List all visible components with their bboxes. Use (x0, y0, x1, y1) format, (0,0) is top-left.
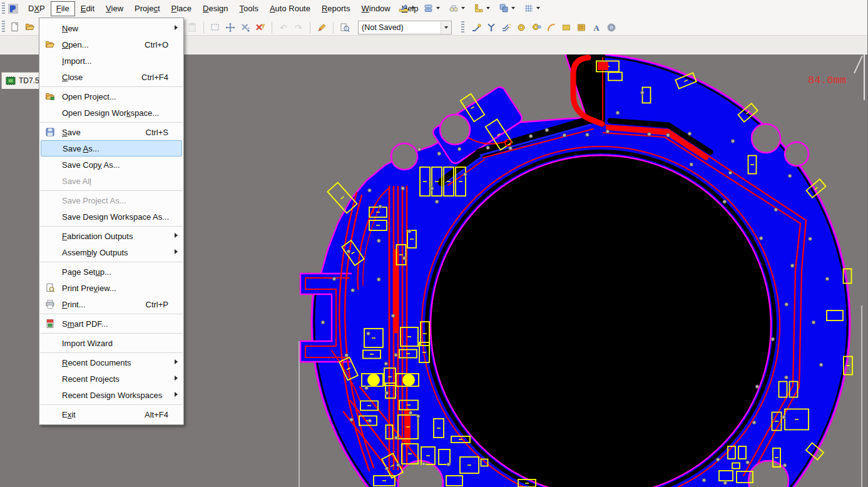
via-dot (812, 320, 815, 324)
file-menu-item-open-design-workspace[interactable]: Open Design Workspace... (39, 105, 183, 121)
paste-icon (186, 22, 198, 33)
altium-designer-window: DXPFileEditViewProjectPlaceDesignToolsAu… (0, 0, 868, 487)
file-menu-item-smart-pdf[interactable]: Smart PDF... (39, 315, 183, 332)
file-menu-item-open[interactable]: Open...Ctrl+O (39, 36, 183, 53)
submenu-arrow-icon (175, 249, 178, 254)
combo-dropdown-button[interactable] (441, 22, 451, 33)
menu-separator (40, 226, 183, 227)
file-menu-item-fabrication-outputs[interactable]: Fabrication Outputs (39, 228, 183, 244)
toolbar-group-draw-tools[interactable] (398, 3, 415, 14)
arc-icon[interactable] (546, 22, 557, 33)
toolbar-group-grid[interactable] (523, 3, 540, 14)
file-menu-item-import[interactable]: Import... (39, 53, 183, 69)
menubar-item-design[interactable]: Design (197, 1, 233, 16)
file-menu-item-page-setup[interactable]: Page Setup... (39, 264, 183, 280)
deselect-icon[interactable] (240, 22, 251, 33)
menu-toolbar-groups (398, 3, 548, 14)
menu-separator (40, 86, 183, 87)
file-menu-item-recent-projects[interactable]: Recent Projects (39, 371, 183, 387)
variant-select[interactable]: (Not Saved) (358, 21, 452, 34)
chevron-down-icon[interactable] (436, 7, 440, 9)
via-dot (430, 187, 434, 190)
chevron-down-icon[interactable] (511, 7, 515, 9)
fanout-icon[interactable] (486, 22, 497, 33)
via-dot (723, 481, 727, 485)
component-icon[interactable] (606, 22, 617, 33)
move-cross-icon[interactable] (225, 22, 236, 33)
submenu-arrow-icon (175, 25, 178, 30)
string-icon[interactable]: A (591, 22, 602, 33)
via-dot (409, 411, 412, 415)
menubar-item-edit[interactable]: Edit (75, 1, 100, 16)
chevron-down-icon[interactable] (461, 7, 465, 9)
file-menu-item-save[interactable]: SaveCtrl+S (39, 124, 183, 140)
interactive-routing-icon[interactable] (471, 22, 482, 33)
file-menu-item-recent-documents[interactable]: Recent Documents (39, 354, 183, 371)
menubar-item-window[interactable]: Window (355, 1, 396, 16)
file-menu-item-save-design-workspace-as[interactable]: Save Design Workspace As... (39, 208, 183, 225)
file-menu-item-import-wizard[interactable]: Import Wizard (39, 335, 183, 351)
toolbar-group-align-tools[interactable] (423, 3, 440, 14)
find-similar-icon[interactable] (339, 22, 350, 33)
component-pad-circle (402, 374, 415, 386)
fill-icon[interactable] (561, 22, 572, 33)
chevron-down-icon[interactable] (486, 7, 490, 9)
file-menu-item-new[interactable]: New (39, 20, 183, 36)
toolbar-group-rooms[interactable] (498, 3, 515, 14)
chevron-down-icon[interactable] (411, 7, 415, 9)
measure-icon (473, 3, 484, 14)
menubar-item-auto-route[interactable]: Auto Route (264, 1, 316, 16)
file-menu-item-print-preview[interactable]: Print Preview... (39, 280, 183, 296)
via-dot (416, 414, 420, 418)
via-dot (782, 416, 786, 419)
new-document-icon[interactable] (9, 21, 21, 33)
toolbar-drag-handle[interactable] (2, 3, 5, 15)
file-menu-item-print[interactable]: Print...Ctrl+P (39, 296, 183, 312)
menubar-item-file[interactable]: File (51, 1, 75, 16)
menubar-item-view[interactable]: View (100, 1, 129, 16)
toolbar-drag-handle[interactable] (461, 21, 464, 34)
open-document-icon[interactable] (24, 21, 36, 33)
diff-pair-routing-icon[interactable] (501, 22, 512, 33)
via-dot (417, 148, 421, 151)
via-dot (790, 264, 794, 268)
toolbar-group-measure[interactable] (473, 3, 490, 14)
file-menu-item-open-project[interactable]: Open Project... (39, 88, 183, 105)
via-dot (752, 421, 756, 424)
menubar-item-reports[interactable]: Reports (316, 1, 356, 16)
via-dot (422, 462, 426, 466)
via-dot (529, 135, 533, 138)
chevron-down-icon[interactable] (536, 7, 540, 9)
via-dot (774, 208, 778, 212)
file-menu-item-save-copy-as[interactable]: Save Copy As... (39, 156, 183, 173)
via-dot (723, 200, 727, 203)
via-dot (788, 174, 792, 178)
menu-separator (40, 122, 183, 123)
via-dot (755, 385, 759, 389)
pad-icon[interactable] (516, 22, 527, 33)
via-dot (648, 133, 651, 136)
annotate-icon[interactable] (316, 22, 327, 33)
menu-separator (40, 314, 183, 314)
via-dot (666, 133, 670, 137)
menu-item-label: Smart PDF... (62, 319, 108, 329)
file-menu-item-save-all: Save All (39, 173, 183, 189)
menubar-item-tools[interactable]: Tools (234, 1, 264, 16)
toolbar-group-find[interactable] (448, 3, 465, 14)
via-icon[interactable] (531, 22, 542, 33)
via-dot (365, 386, 369, 390)
file-menu-item-assembly-outputs[interactable]: Assembly Outputs (39, 244, 183, 260)
menu-item-label: Recent Design Workspaces (62, 391, 162, 400)
menubar-item-dxp[interactable]: DXP (23, 1, 51, 16)
file-menu-item-save-as[interactable]: Save As... (41, 140, 182, 156)
file-menu-item-close[interactable]: CloseCtrl+F4 (39, 69, 183, 85)
polygon-pour-icon[interactable] (576, 22, 587, 33)
file-menu-item-exit[interactable]: ExitAlt+F4 (39, 406, 183, 423)
select-area-icon[interactable] (210, 22, 221, 33)
clear-filter-icon[interactable] (255, 22, 266, 33)
menu-item-label: Save (62, 128, 81, 137)
file-menu-item-recent-design-workspaces[interactable]: Recent Design Workspaces (39, 387, 183, 403)
toolbar-drag-handle[interactable] (2, 21, 5, 33)
menubar-item-place[interactable]: Place (166, 1, 198, 16)
menubar-item-project[interactable]: Project (129, 1, 165, 16)
